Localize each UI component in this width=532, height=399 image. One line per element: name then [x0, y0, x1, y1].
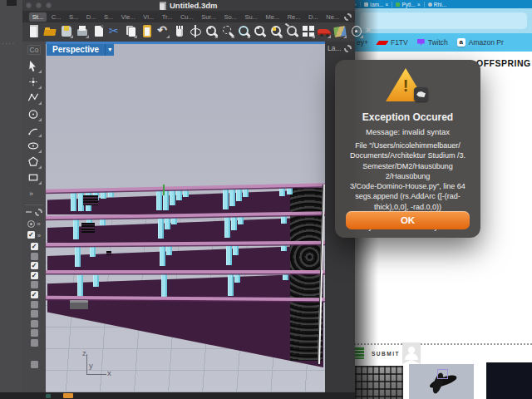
zoom-previous-icon[interactable]: [285, 24, 298, 38]
chevron-more-icon[interactable]: »: [37, 232, 41, 239]
gallery-thumbnail-artwork[interactable]: [486, 362, 532, 399]
record-icon[interactable]: [27, 220, 35, 228]
toolbar-tab-1[interactable]: C...: [48, 12, 64, 22]
gear-icon[interactable]: [344, 45, 352, 52]
chevron-more-icon[interactable]: »: [37, 220, 40, 228]
tab-close-icon[interactable]: ×: [385, 2, 388, 7]
tool-ellipse-icon[interactable]: [27, 140, 42, 153]
ok-button[interactable]: OK: [346, 211, 470, 229]
pan-hand-icon[interactable]: [173, 24, 186, 38]
layer-checkbox-9[interactable]: [31, 329, 38, 337]
layer-checkbox-4[interactable]: [31, 281, 38, 288]
address-bar[interactable]: [360, 12, 527, 29]
tool-pointer-icon[interactable]: [27, 60, 42, 73]
viewport-title-dropdown[interactable]: Perspective: [47, 44, 114, 56]
chevron-down-icon[interactable]: [105, 44, 114, 56]
layer-checkbox-11[interactable]: [31, 361, 38, 368]
map-icon[interactable]: [333, 24, 347, 38]
layer-checkbox-6[interactable]: [31, 301, 38, 308]
bookmark-twitch[interactable]: Twitch: [417, 38, 448, 47]
tool-point-icon[interactable]: [27, 76, 42, 89]
tool-rectangle-icon[interactable]: [27, 171, 42, 185]
drag-handle[interactable]: ····: [2, 40, 16, 47]
tab-divider: [392, 2, 392, 7]
viewport-layout-icon[interactable]: [302, 24, 315, 38]
viewport-name[interactable]: Perspective: [47, 44, 105, 56]
perspective-viewport[interactable]: z y x Perspective: [46, 42, 325, 392]
rhino-badge-icon: [414, 87, 428, 101]
toolbar-tab-15[interactable]: Ne...: [323, 12, 342, 22]
gear-icon[interactable]: [35, 209, 42, 216]
zoom-window-icon[interactable]: [221, 24, 234, 38]
palette-overflow-chevron[interactable]: »: [27, 190, 33, 198]
column-geometry: [228, 273, 234, 296]
zoom-lens-icon[interactable]: [253, 24, 266, 38]
layer-checkbox-1[interactable]: [31, 253, 38, 260]
layer-checkbox-8[interactable]: [31, 320, 38, 328]
toolbar-tab-11[interactable]: Su...: [242, 12, 261, 22]
layer-checkbox-5[interactable]: ✓: [31, 291, 38, 298]
layer-checkbox-3[interactable]: ✓: [31, 272, 38, 279]
new-document-icon[interactable]: [27, 24, 41, 38]
gallery-thumbnail-ink-bird[interactable]: [409, 364, 474, 399]
column-geometry: [287, 188, 293, 195]
tool-polygon-icon[interactable]: [27, 155, 42, 169]
toolbar-tab-13[interactable]: Re...: [284, 12, 303, 22]
column-geometry: [281, 216, 287, 224]
toolbar-tab-4[interactable]: S...: [101, 12, 116, 22]
tab-close-icon[interactable]: ×: [417, 2, 421, 7]
browser-tab-2[interactable]: Rhi...: [428, 2, 446, 7]
zoom-extents-icon[interactable]: [269, 24, 283, 38]
tool-circle-icon[interactable]: [27, 108, 42, 121]
status-bar: [0, 392, 355, 399]
car-icon[interactable]: [318, 24, 331, 38]
rotate-view-icon[interactable]: [189, 24, 202, 38]
checkbox[interactable]: ✓: [27, 231, 35, 239]
undo-icon[interactable]: [156, 24, 170, 38]
tool-polyline-icon[interactable]: [27, 91, 42, 105]
toolbar-tab-0[interactable]: St...: [29, 12, 47, 22]
toolbar-tab-9[interactable]: Sur...: [199, 12, 219, 22]
copy-icon[interactable]: [124, 24, 137, 38]
circle-arrow-icon[interactable]: [350, 24, 363, 38]
bookmark-ey-[interactable]: ey+: [357, 38, 368, 47]
browser-tab-1[interactable]: Pytl...×: [396, 2, 420, 7]
toolbar-tab-6[interactable]: Vi...: [140, 12, 157, 22]
close-window-button[interactable]: [26, 2, 32, 8]
minimize-window-button[interactable]: [36, 2, 42, 8]
layer-checkbox-7[interactable]: [31, 310, 38, 318]
bookmark-amazon-pr[interactable]: aAmazon Pr: [457, 38, 504, 47]
gallery-thumbnail-building[interactable]: [355, 366, 403, 399]
user-avatar-ribbon[interactable]: [402, 342, 421, 364]
amazon-icon: a: [457, 38, 466, 47]
toolbar-tab-14[interactable]: D...: [305, 12, 321, 22]
more-chevron-icon[interactable]: [366, 24, 374, 38]
toolbar-tab-8[interactable]: Cu...: [177, 12, 196, 22]
cut-scissors-icon[interactable]: [108, 24, 121, 38]
site-logo-icon[interactable]: [355, 347, 364, 359]
open-folder-icon[interactable]: [43, 24, 57, 38]
page-heading: OFFSPRING: [476, 58, 531, 68]
layer-checkbox-10[interactable]: [31, 339, 38, 347]
import-note-icon[interactable]: [92, 24, 106, 38]
toolbar-tab-10[interactable]: So...: [221, 12, 240, 22]
toolbar-tab-12[interactable]: Me...: [263, 12, 283, 22]
toolbar-tab-5[interactable]: Vie...: [118, 12, 139, 22]
layer-checkbox-0[interactable]: ✓: [31, 243, 38, 250]
toolbar-tab-3[interactable]: D...: [83, 12, 99, 22]
save-icon[interactable]: [60, 24, 73, 38]
column-geometry: [229, 189, 235, 206]
zoom-selected-icon[interactable]: [237, 24, 250, 38]
paste-icon[interactable]: [140, 24, 154, 38]
submit-link[interactable]: SUBMIT: [372, 351, 400, 357]
zoom-dynamic-icon[interactable]: [204, 24, 218, 38]
gear-icon[interactable]: [344, 13, 352, 21]
bookmark-f1tv[interactable]: F1TV: [377, 38, 408, 47]
tool-arc-icon[interactable]: [27, 124, 42, 137]
browser-tab-0[interactable]: Iam...×: [364, 2, 388, 7]
toolbar-tab-2[interactable]: S...: [66, 12, 81, 22]
toolbar-tab-7[interactable]: Tr...: [159, 12, 175, 22]
layer-checkbox-2[interactable]: ✓: [31, 262, 38, 269]
print-icon[interactable]: [76, 24, 89, 38]
zoom-window-button[interactable]: [46, 2, 52, 8]
